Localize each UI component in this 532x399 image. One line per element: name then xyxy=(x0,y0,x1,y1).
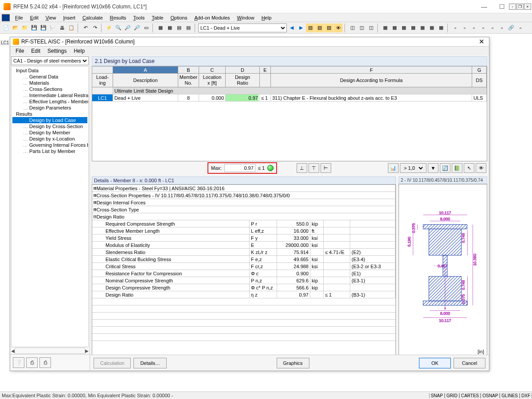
status-pill-snap[interactable]: SNAP xyxy=(429,393,445,398)
save-icon[interactable]: 💾 xyxy=(30,23,39,32)
calculation-button[interactable]: Calculation xyxy=(94,358,131,368)
t1-icon[interactable]: ◫ xyxy=(348,23,357,32)
zoom2-icon[interactable]: 🔎 xyxy=(133,23,141,32)
eye-icon[interactable]: 👁 xyxy=(334,23,343,32)
g1-icon[interactable]: ▦ xyxy=(381,23,390,32)
undo-icon[interactable]: ↶ xyxy=(81,23,90,32)
menu-help[interactable]: Help xyxy=(258,14,275,21)
menu-tools[interactable]: Tools xyxy=(129,14,148,21)
g7-icon[interactable]: ▦ xyxy=(437,23,446,32)
tree-item[interactable]: Design Parameters xyxy=(12,105,87,111)
t2-icon[interactable]: ◫ xyxy=(357,23,366,32)
m3-icon[interactable]: ▫ xyxy=(469,23,478,32)
res1-icon[interactable]: ▧ xyxy=(306,23,315,32)
res2-icon[interactable]: ▧ xyxy=(315,23,324,32)
calc-icon[interactable]: ⚡ xyxy=(105,23,113,32)
m1-icon[interactable]: ▫ xyxy=(451,23,460,32)
view3-icon[interactable]: ⊢ xyxy=(321,163,331,173)
open-icon[interactable]: 📂 xyxy=(11,23,20,32)
list-icon[interactable]: ▭ xyxy=(142,23,151,32)
menu-view[interactable]: View xyxy=(42,14,60,21)
prev-lc-icon[interactable]: ◀ xyxy=(287,23,296,32)
maximize-button[interactable]: ☐ xyxy=(493,0,511,13)
tree-item[interactable]: Design by Load Case xyxy=(12,117,87,123)
t3-icon[interactable]: ◫ xyxy=(367,23,376,32)
g4-icon[interactable]: ▦ xyxy=(409,23,418,32)
m6-icon[interactable]: ▫ xyxy=(497,23,506,32)
m5-icon[interactable]: ▫ xyxy=(488,23,497,32)
copy-icon[interactable]: 📋 xyxy=(67,23,76,32)
mdi-restore[interactable]: ❐ xyxy=(516,4,524,10)
status-pill-grid[interactable]: GRID xyxy=(445,393,459,398)
table-row[interactable]: LC1 Dead + Live 8 0.000 0.97 ≤ 1 311) Ch… xyxy=(92,94,487,102)
status-pill-cartes[interactable]: CARTES xyxy=(459,393,481,398)
menu-add-on-modules[interactable]: Add-on Modules xyxy=(191,14,233,21)
status-pill-dxf[interactable]: DXF xyxy=(520,393,532,398)
m7-icon[interactable]: 🔗 xyxy=(507,23,516,32)
m4-icon[interactable]: ▫ xyxy=(479,23,488,32)
g5-icon[interactable]: ▦ xyxy=(418,23,427,32)
tree-item[interactable]: Materials xyxy=(12,80,87,86)
minimize-button[interactable]: — xyxy=(475,0,493,13)
loadcase-select[interactable]: LC1 - Dead + Live xyxy=(198,23,287,32)
tree-input-data[interactable]: Input Data xyxy=(12,67,87,74)
filter-icon[interactable]: ▼ xyxy=(428,163,438,173)
g2-icon[interactable]: ▦ xyxy=(390,23,399,32)
refresh-icon[interactable]: 🔄 xyxy=(440,163,450,173)
tree-item[interactable]: Design by Member xyxy=(12,129,87,136)
menu-insert[interactable]: Insert xyxy=(59,14,79,21)
print-icon[interactable]: 🖶 xyxy=(58,23,66,32)
module-menu-edit[interactable]: Edit xyxy=(27,47,44,55)
tree-item[interactable]: Intermediate Lateral Restraints xyxy=(12,92,87,98)
export-icon[interactable]: 📗 xyxy=(452,163,462,173)
menu-table[interactable]: Table xyxy=(148,14,167,21)
menu-calculate[interactable]: Calculate xyxy=(79,14,106,21)
menu-window[interactable]: Window xyxy=(234,14,258,21)
calc2-icon[interactable]: 🔍 xyxy=(114,23,123,32)
g6-icon[interactable]: ▦ xyxy=(427,23,436,32)
filter-select[interactable]: > 1,0 xyxy=(402,165,424,171)
menu-results[interactable]: Results xyxy=(106,14,130,21)
module-menu-file[interactable]: File xyxy=(12,47,27,55)
menu-edit[interactable]: Edit xyxy=(27,14,42,21)
lc-tab[interactable]: LC1 xyxy=(0,40,9,46)
ok-button[interactable]: OK xyxy=(419,358,451,368)
chart-icon[interactable]: 📊 xyxy=(388,163,399,173)
detail-category[interactable]: Cross-Section Type xyxy=(92,206,395,213)
menu-options[interactable]: Options xyxy=(167,14,191,21)
module-menu-help[interactable]: Help xyxy=(70,47,88,55)
menu-file[interactable]: File xyxy=(12,14,27,21)
detail-category[interactable]: Cross-Section Properties - IV 10.117/8/0… xyxy=(92,192,395,199)
next-lc-icon[interactable]: ▶ xyxy=(297,23,305,32)
status-pill-glines[interactable]: GLINES xyxy=(500,393,520,398)
m2-icon[interactable]: ▫ xyxy=(460,23,469,32)
mdi-close[interactable]: × xyxy=(524,4,531,10)
zoom-icon[interactable]: 🔎 xyxy=(123,23,132,32)
save2-icon[interactable]: 💾 xyxy=(39,23,48,32)
view1-icon[interactable]: ⊥ xyxy=(297,163,307,173)
tree-results[interactable]: Results xyxy=(12,111,87,117)
app-menu-icon[interactable] xyxy=(2,14,10,21)
details-button[interactable]: Details… xyxy=(133,358,167,368)
table2-icon[interactable]: ▤ xyxy=(184,23,193,32)
tree-item[interactable]: Parts List by Member xyxy=(12,148,87,154)
case-select[interactable]: CA1 - Design of steel members xyxy=(11,56,89,65)
redo-icon[interactable]: ↷ xyxy=(90,23,99,32)
module-close-button[interactable]: ✕ xyxy=(477,38,486,46)
tree-item[interactable]: Design by x-Location xyxy=(12,136,87,142)
status-pill-osnap[interactable]: OSNAP xyxy=(481,393,500,398)
g3-icon[interactable]: ▦ xyxy=(399,23,408,32)
graphics-button[interactable]: Graphics xyxy=(277,358,309,368)
cancel-button[interactable]: Cancel xyxy=(454,358,485,368)
eye2-icon[interactable]: 👁 xyxy=(476,163,486,173)
flag-icon[interactable]: 🏳️ xyxy=(48,23,57,32)
view2-icon[interactable]: ⊤ xyxy=(309,163,319,173)
prev-page-button[interactable]: ⎙ xyxy=(26,357,38,368)
window2-icon[interactable]: ▦ xyxy=(165,23,174,32)
module-menu-settings[interactable]: Settings xyxy=(44,47,70,55)
tree-item[interactable]: Effective Lengths - Members xyxy=(12,98,87,105)
res3-icon[interactable]: ▧ xyxy=(325,23,333,32)
m8-icon[interactable]: ▫ xyxy=(516,23,525,32)
detail-category[interactable]: Design Internal Forces xyxy=(92,199,395,206)
mdi-minimize[interactable]: - xyxy=(509,4,516,10)
